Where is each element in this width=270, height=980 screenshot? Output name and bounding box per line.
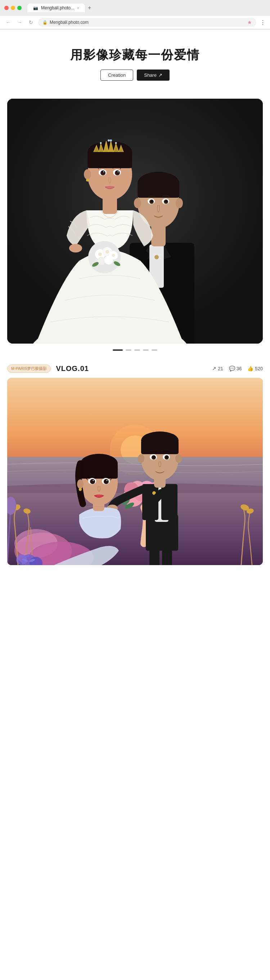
share-arrow-icon: ↗ [159,72,162,78]
vlog-photo-image [7,378,263,565]
vlog-photo [7,378,263,565]
svg-point-104 [166,456,168,458]
svg-point-19 [151,200,153,202]
comment-count: 36 [237,366,241,371]
new-tab-button[interactable]: + [85,3,94,13]
svg-rect-12 [138,183,179,198]
browser-addressbar: ← → ↻ 🔒 Mengbali.photo.com ★ ⋮ [0,16,270,29]
svg-rect-96 [141,441,179,454]
browser-chrome: 📷 Mengbali.photo... × + ← → ↻ 🔒 Mengbali… [0,0,270,30]
tab-close-button[interactable]: × [77,6,79,10]
active-tab[interactable]: 📷 Mengbali.photo... × [27,3,85,12]
like-count: 520 [255,366,263,371]
svg-point-50 [103,171,105,172]
svg-point-117 [93,480,94,481]
main-photo [7,99,263,344]
wedding-couple-image [7,99,263,344]
svg-point-6 [154,255,159,259]
svg-point-53 [86,179,89,181]
share-button[interactable]: Share ↗ [137,70,170,81]
tab-bar: 📷 Mengbali.photo... × + [27,3,266,13]
svg-point-109 [77,479,84,489]
bookmark-icon[interactable]: ★ [247,19,252,25]
tab-favicon: 📷 [33,6,38,10]
svg-point-31 [98,253,102,256]
svg-point-40 [108,139,110,142]
address-text: Mengbali.photo.com [50,20,245,25]
hero-section: 用影像珍藏每一份爱情 Creation Share ↗ [0,30,270,91]
svg-rect-39 [87,152,132,168]
svg-rect-108 [80,463,118,479]
slider-dots [0,344,270,354]
close-button[interactable] [4,6,9,10]
photo-slider [7,99,263,344]
svg-point-30 [105,256,113,264]
comment-stat-icon: 💬 [229,366,235,371]
tab-title: Mengbali.photo... [41,5,74,10]
svg-point-42 [100,142,102,144]
svg-point-43 [115,142,117,144]
svg-point-97 [138,454,145,463]
creation-button[interactable]: Creation [100,70,133,81]
minimize-button[interactable] [11,6,15,10]
back-button[interactable]: ← [4,19,12,26]
comment-stat: 💬 36 [229,366,241,371]
slider-dot-1[interactable] [113,349,123,351]
vlog-meta: M·PARIS梦巴黎摄影 VLOG.01 ↗ 21 💬 36 👍 520 [7,364,263,373]
svg-point-118 [106,480,108,481]
traffic-lights [4,6,22,10]
slider-dot-4[interactable] [143,349,149,351]
slider-dot-5[interactable] [152,349,157,351]
share-label: Share [144,72,157,78]
like-stat-icon: 👍 [247,366,253,371]
svg-point-29 [98,257,105,265]
svg-point-52 [84,169,91,179]
share-stat: ↗ 21 [212,366,223,371]
svg-point-51 [118,171,119,172]
svg-point-14 [176,198,183,208]
svg-point-32 [105,250,109,253]
like-stat: 👍 520 [247,366,263,371]
refresh-button[interactable]: ↻ [27,19,35,26]
svg-point-110 [79,488,82,491]
hero-title: 用影像珍藏每一份爱情 [7,48,263,62]
forward-button[interactable]: → [16,19,24,26]
share-stat-icon: ↗ [212,366,216,371]
studio-badge: M·PARIS梦巴黎摄影 [7,364,51,373]
svg-point-13 [134,198,141,208]
hero-buttons: Creation Share ↗ [7,70,263,81]
svg-point-103 [153,456,155,458]
address-bar[interactable]: 🔒 Mengbali.photo.com ★ [38,18,256,27]
svg-point-20 [165,200,167,202]
slider-dot-2[interactable] [125,349,132,351]
svg-point-24 [69,244,82,253]
slider-dot-3[interactable] [134,349,140,351]
browser-menu-icon[interactable]: ⋮ [260,19,266,26]
browser-titlebar: 📷 Mengbali.photo... × + [0,0,270,16]
maximize-button[interactable] [17,6,22,10]
page-content: 用影像珍藏每一份爱情 Creation Share ↗ [0,30,270,565]
svg-point-98 [175,454,182,463]
share-count: 21 [218,366,223,371]
vlog-title: VLOG.01 [56,364,89,373]
vlog-section: M·PARIS梦巴黎摄影 VLOG.01 ↗ 21 💬 36 👍 520 [0,354,270,565]
lock-icon: 🔒 [43,20,48,25]
svg-point-41 [110,139,112,142]
svg-point-33 [112,254,115,257]
vlog-stats: ↗ 21 💬 36 👍 520 [212,366,263,371]
